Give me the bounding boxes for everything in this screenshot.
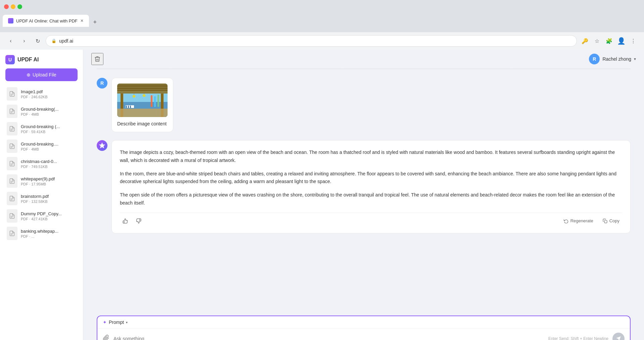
sparkle-icon: ✦ — [103, 320, 107, 325]
tabs-bar: UPDF AI Online: Chat with PDF ✕ + — [0, 13, 644, 27]
file-name: Image1.pdf — [21, 89, 76, 94]
thumbs-down-button[interactable] — [133, 217, 144, 225]
file-meta: PDF · 4MB — [21, 112, 76, 116]
password-icon[interactable]: 🔑 — [580, 36, 590, 46]
file-name: Ground-breaking (... — [21, 124, 76, 129]
file-meta: PDF · 427.41KB — [21, 217, 76, 221]
thumbs-up-button[interactable] — [120, 217, 131, 225]
bookmark-icon[interactable]: ☆ — [592, 36, 602, 46]
file-info: Image1.pdf PDF · 246.62KB — [21, 89, 76, 99]
user-avatar: R — [589, 54, 600, 64]
file-icon — [7, 209, 17, 223]
ai-paragraph-1: The image depicts a cozy, beach-themed r… — [120, 149, 622, 165]
file-info: Ground-breaking (... PDF · 59.41KB — [21, 124, 76, 134]
input-hint: Enter Send; Shift + Enter Newline — [548, 336, 608, 340]
user-message-avatar: R — [97, 78, 107, 89]
sidebar-header: U UPDF AI — [5, 55, 78, 64]
svg-point-35 — [133, 95, 135, 98]
file-icon — [7, 157, 17, 170]
extensions-icon[interactable]: 🧩 — [604, 36, 614, 46]
file-name: banking.whitepap... — [21, 229, 76, 234]
user-info[interactable]: R Rachel zhong ▾ — [589, 54, 636, 64]
file-list-item[interactable]: brainstorm.pdf PDF · 132.58KB — [5, 190, 78, 207]
ai-message-avatar — [97, 140, 107, 151]
file-meta: PDF · 749.51KB — [21, 165, 76, 169]
input-row: Enter Send; Shift + Enter Newline — [97, 329, 630, 340]
file-name: Ground-breaking(... — [21, 107, 76, 112]
chat-area: R — [83, 68, 644, 310]
copy-button[interactable]: Copy — [600, 217, 622, 225]
prompt-label: Prompt — [109, 320, 124, 325]
address-bar[interactable]: 🔒 updf.ai — [46, 35, 577, 47]
file-info: christmas-card-0... PDF · 749.51KB — [21, 159, 76, 169]
file-icon — [7, 174, 17, 188]
message-actions: Regenerate Copy — [120, 213, 622, 225]
file-list-item[interactable]: Ground-breaking(... PDF · 4MB — [5, 103, 78, 120]
file-icon — [7, 122, 17, 135]
svg-rect-30 — [128, 106, 129, 108]
ai-message: The image depicts a cozy, beach-themed r… — [97, 140, 631, 233]
chat-input[interactable] — [113, 336, 544, 340]
ai-paragraph-3: The open side of the room offers a pictu… — [120, 191, 622, 207]
file-meta: PDF · ... — [21, 234, 76, 238]
file-list-item[interactable]: Ground-breaking (... PDF · 59.41KB — [5, 120, 78, 137]
minimize-button[interactable] — [11, 4, 15, 9]
user-message: R — [97, 78, 631, 132]
file-list-item[interactable]: Ground-breaking.... PDF · 4MB — [5, 137, 78, 155]
prompt-dropdown-arrow: ▾ — [126, 321, 128, 324]
new-tab-button[interactable]: + — [90, 17, 100, 27]
ai-paragraph-2: In the room, there are blue-and-white st… — [120, 170, 622, 186]
file-name: Ground-breaking.... — [21, 141, 76, 147]
file-list-item[interactable]: whitepaper(9).pdf PDF · 17.95MB — [5, 172, 78, 190]
input-container: ✦ Prompt ▾ Enter Send; Shift + Enter New… — [97, 316, 631, 340]
user-dropdown-chevron: ▾ — [634, 57, 636, 61]
svg-point-37 — [143, 94, 145, 97]
main-content: R Rachel zhong ▾ R — [83, 50, 644, 340]
upload-icon: ⊕ — [27, 72, 31, 77]
app-logo: U — [5, 55, 15, 64]
svg-rect-39 — [604, 220, 607, 223]
file-icon — [7, 192, 17, 205]
file-list-item[interactable]: banking.whitepap... PDF · ... — [5, 225, 78, 242]
regenerate-button[interactable]: Regenerate — [561, 217, 596, 225]
file-icon — [7, 105, 17, 118]
file-list-item[interactable]: Dummy PDF_Copy... PDF · 427.41KB — [5, 207, 78, 225]
file-info: brainstorm.pdf PDF · 132.58KB — [21, 194, 76, 204]
forward-button[interactable]: › — [19, 36, 30, 46]
upload-file-button[interactable]: ⊕ Upload File — [5, 68, 78, 81]
svg-rect-32 — [151, 95, 152, 107]
tab-title: UPDF AI Online: Chat with PDF — [16, 18, 78, 23]
file-info: Ground-breaking(... PDF · 4MB — [21, 107, 76, 116]
right-actions: Regenerate Copy — [561, 217, 622, 225]
profile-icon[interactable]: 👤 — [616, 36, 627, 46]
user-message-bubble: Describe image content — [111, 78, 173, 132]
attach-icon[interactable] — [103, 335, 109, 340]
nav-bar: ‹ › ↻ 🔒 updf.ai 🔑 ☆ 🧩 👤 ⋮ — [0, 32, 644, 50]
window-controls — [4, 4, 22, 9]
file-name: whitepaper(9).pdf — [21, 176, 76, 181]
refresh-button[interactable]: ↻ — [32, 36, 43, 46]
active-tab[interactable]: UPDF AI Online: Chat with PDF ✕ — [3, 15, 89, 27]
sidebar: U UPDF AI ⊕ Upload File Image1.pdf PDF ·… — [0, 50, 83, 340]
svg-rect-33 — [154, 96, 156, 107]
prompt-button[interactable]: ✦ Prompt ▾ — [103, 320, 128, 325]
file-info: whitepaper(9).pdf PDF · 17.95MB — [21, 176, 76, 186]
file-icon — [7, 87, 17, 101]
tab-close-button[interactable]: ✕ — [80, 18, 84, 23]
file-name: brainstorm.pdf — [21, 194, 76, 199]
send-button[interactable] — [612, 333, 625, 340]
image-preview-inner — [117, 83, 168, 117]
svg-rect-34 — [157, 95, 159, 107]
maximize-button[interactable] — [17, 4, 22, 9]
file-list-item[interactable]: christmas-card-0... PDF · 749.51KB — [5, 155, 78, 172]
back-button[interactable]: ‹ — [5, 36, 16, 46]
menu-icon[interactable]: ⋮ — [628, 36, 639, 46]
chat-separator — [97, 68, 631, 70]
main-header: R Rachel zhong ▾ — [83, 50, 644, 68]
file-meta: PDF · 132.58KB — [21, 200, 76, 204]
clear-chat-button[interactable] — [91, 53, 103, 65]
file-list-item[interactable]: Image1.pdf PDF · 246.62KB — [5, 85, 78, 103]
file-meta: PDF · 59.41KB — [21, 130, 76, 134]
close-button[interactable] — [4, 4, 9, 9]
app-name: UPDF AI — [17, 57, 39, 63]
